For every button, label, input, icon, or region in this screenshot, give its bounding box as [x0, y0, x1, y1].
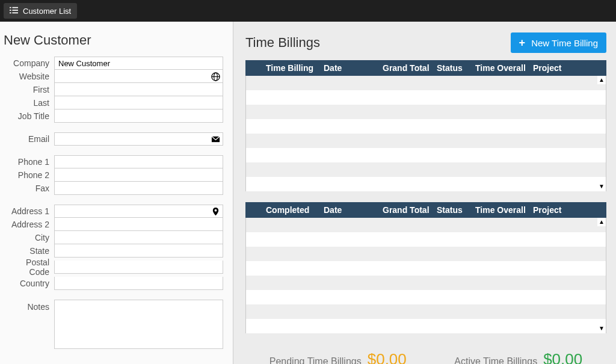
email-input[interactable]	[54, 132, 223, 146]
col-completed[interactable]: Completed	[262, 205, 320, 215]
email-label: Email	[4, 134, 54, 144]
company-label: Company	[4, 58, 54, 68]
new-time-billing-button[interactable]: + New Time Billing	[511, 32, 606, 53]
last-input[interactable]	[54, 96, 223, 110]
table-row	[246, 319, 606, 333]
svg-rect-4	[10, 12, 11, 13]
table-row	[246, 148, 606, 162]
svg-rect-2	[10, 10, 11, 11]
phone2-input[interactable]	[54, 168, 223, 182]
city-input[interactable]	[54, 231, 223, 244]
billing-totals: Pending Time Billings $0.00 Active Time …	[245, 344, 606, 364]
col-project-2[interactable]: Project	[529, 205, 606, 215]
new-time-billing-label: New Time Billing	[531, 38, 598, 48]
table-row	[246, 177, 606, 191]
svg-rect-0	[10, 7, 11, 8]
open-billings-body[interactable]: ▲ ▼	[245, 76, 606, 191]
first-label: First	[4, 85, 54, 94]
table-row	[246, 232, 606, 247]
jobtitle-input[interactable]	[54, 110, 223, 123]
col-date-2[interactable]: Date	[320, 205, 379, 215]
svg-rect-5	[12, 12, 18, 13]
address2-label: Address 2	[4, 220, 54, 229]
phone2-label: Phone 2	[4, 170, 54, 180]
pending-total-label: Pending Time Billings	[270, 356, 362, 364]
table-row	[246, 162, 606, 177]
topbar: Customer List	[0, 0, 616, 22]
table-row	[246, 261, 606, 276]
table-row	[246, 247, 606, 261]
state-input[interactable]	[54, 244, 223, 258]
country-label: Country	[4, 279, 54, 288]
col-grand-total-2[interactable]: Grand Total	[379, 205, 433, 215]
website-label: Website	[4, 72, 54, 81]
col-time-overall-2[interactable]: Time Overall	[472, 205, 529, 215]
svg-rect-3	[12, 10, 18, 11]
time-billings-panel: Time Billings + New Time Billing Time Bi…	[233, 22, 616, 364]
list-icon	[10, 6, 18, 16]
website-input[interactable]	[54, 70, 223, 83]
envelope-icon[interactable]	[211, 134, 220, 144]
page-title: New Customer	[4, 32, 223, 48]
active-total-label: Active Time Billings	[454, 356, 537, 364]
notes-textarea[interactable]	[54, 300, 223, 349]
customer-list-button[interactable]: Customer List	[4, 3, 77, 19]
open-billings-table: Time Billing Date Grand Total Status Tim…	[245, 60, 606, 191]
svg-point-10	[214, 209, 217, 211]
col-project[interactable]: Project	[529, 63, 606, 73]
table-row	[246, 218, 606, 232]
fax-label: Fax	[4, 184, 54, 193]
postal-label: Postal Code	[4, 258, 54, 277]
col-status[interactable]: Status	[433, 63, 472, 73]
address1-input[interactable]	[54, 205, 223, 218]
svg-rect-1	[12, 7, 18, 8]
address2-input[interactable]	[54, 218, 223, 231]
city-label: City	[4, 233, 54, 242]
country-input[interactable]	[54, 277, 223, 290]
table-row	[246, 290, 606, 304]
col-time-billing[interactable]: Time Billing	[262, 63, 320, 73]
company-input[interactable]	[54, 57, 223, 70]
table-row	[246, 304, 606, 319]
col-time-overall[interactable]: Time Overall	[472, 63, 529, 73]
address1-label: Address 1	[4, 206, 54, 216]
open-billings-header: Time Billing Date Grand Total Status Tim…	[245, 60, 606, 76]
postal-input[interactable]	[54, 261, 223, 274]
completed-billings-body[interactable]: ▲ ▼	[245, 218, 606, 333]
plus-icon: +	[519, 37, 526, 49]
col-grand-total[interactable]: Grand Total	[379, 63, 433, 73]
completed-billings-header: Completed Date Grand Total Status Time O…	[245, 202, 606, 218]
state-label: State	[4, 246, 54, 256]
completed-billings-table: Completed Date Grand Total Status Time O…	[245, 202, 606, 333]
active-total-value: $0.00	[543, 350, 582, 364]
customer-list-label: Customer List	[23, 7, 71, 16]
col-status-2[interactable]: Status	[433, 205, 472, 215]
notes-label: Notes	[4, 300, 54, 312]
first-input[interactable]	[54, 83, 223, 96]
time-billings-title: Time Billings	[245, 35, 320, 51]
fax-input[interactable]	[54, 182, 223, 195]
phone1-input[interactable]	[54, 155, 223, 168]
active-total: Active Time Billings $0.00	[454, 350, 582, 364]
customer-form-panel: New Customer Company Website First	[0, 22, 233, 364]
table-row	[246, 276, 606, 290]
jobtitle-label: Job Title	[4, 111, 54, 121]
table-row	[246, 119, 606, 134]
table-row	[246, 105, 606, 119]
table-row	[246, 134, 606, 148]
pending-total: Pending Time Billings $0.00	[270, 350, 407, 364]
map-pin-icon[interactable]	[211, 206, 220, 216]
table-row	[246, 90, 606, 105]
table-row	[246, 76, 606, 90]
phone1-label: Phone 1	[4, 157, 54, 167]
col-date[interactable]: Date	[320, 63, 379, 73]
last-label: Last	[4, 98, 54, 108]
pending-total-value: $0.00	[368, 350, 407, 364]
globe-icon[interactable]	[211, 72, 220, 81]
